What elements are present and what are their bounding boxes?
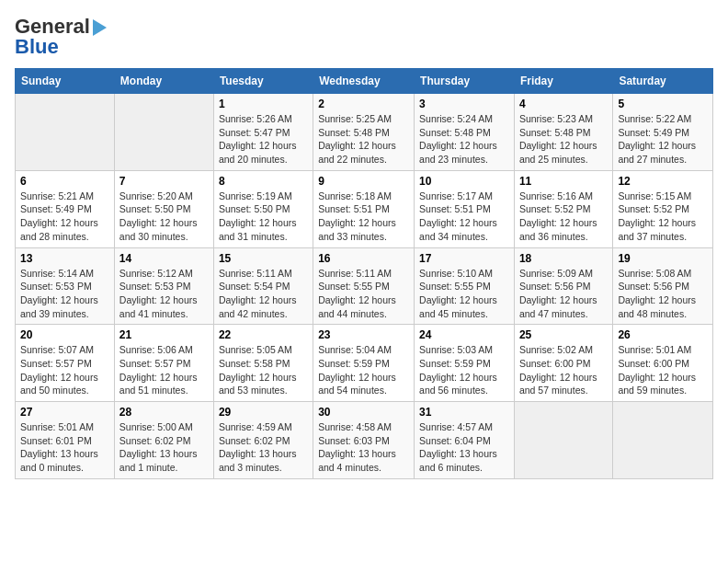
day-info: Sunrise: 5:11 AMSunset: 5:54 PMDaylight:… xyxy=(219,267,308,321)
day-info: Sunrise: 5:15 AMSunset: 5:52 PMDaylight:… xyxy=(618,190,708,244)
calendar-cell: 26Sunrise: 5:01 AMSunset: 6:00 PMDayligh… xyxy=(613,325,713,402)
day-number: 6 xyxy=(20,175,109,188)
day-info: Sunrise: 5:01 AMSunset: 6:01 PMDaylight:… xyxy=(20,420,109,475)
day-info: Sunrise: 5:03 AMSunset: 5:59 PMDaylight:… xyxy=(419,343,509,397)
calendar-cell xyxy=(16,94,115,171)
calendar-cell: 24Sunrise: 5:03 AMSunset: 5:59 PMDayligh… xyxy=(415,325,515,402)
day-info: Sunrise: 5:12 AMSunset: 5:53 PMDaylight:… xyxy=(119,267,209,321)
weekday-header-sunday: Sunday xyxy=(16,69,115,94)
logo: General Blue xyxy=(15,15,107,59)
day-number: 29 xyxy=(219,406,308,419)
weekday-header-monday: Monday xyxy=(114,69,213,94)
day-number: 13 xyxy=(20,252,109,265)
calendar-cell: 1Sunrise: 5:26 AMSunset: 5:47 PMDaylight… xyxy=(213,94,313,171)
calendar-cell: 25Sunrise: 5:02 AMSunset: 6:00 PMDayligh… xyxy=(514,325,612,402)
day-info: Sunrise: 5:08 AMSunset: 5:56 PMDaylight:… xyxy=(618,267,708,321)
calendar-cell: 8Sunrise: 5:19 AMSunset: 5:50 PMDaylight… xyxy=(213,170,313,247)
day-info: Sunrise: 4:58 AMSunset: 6:03 PMDaylight:… xyxy=(318,420,409,475)
calendar-cell: 19Sunrise: 5:08 AMSunset: 5:56 PMDayligh… xyxy=(613,247,713,325)
day-number: 14 xyxy=(119,252,209,265)
day-number: 5 xyxy=(618,98,708,110)
weekday-header-saturday: Saturday xyxy=(613,69,713,94)
day-number: 30 xyxy=(318,406,409,419)
day-info: Sunrise: 5:25 AMSunset: 5:48 PMDaylight:… xyxy=(318,112,409,167)
calendar-cell: 18Sunrise: 5:09 AMSunset: 5:56 PMDayligh… xyxy=(514,247,612,325)
calendar-cell xyxy=(613,402,713,479)
day-number: 20 xyxy=(20,328,109,341)
calendar-cell: 15Sunrise: 5:11 AMSunset: 5:54 PMDayligh… xyxy=(213,247,313,325)
calendar-cell: 17Sunrise: 5:10 AMSunset: 5:55 PMDayligh… xyxy=(415,247,515,325)
day-info: Sunrise: 5:11 AMSunset: 5:55 PMDaylight:… xyxy=(318,267,409,321)
logo-blue-text: Blue xyxy=(15,35,59,59)
calendar-cell: 7Sunrise: 5:20 AMSunset: 5:50 PMDaylight… xyxy=(114,170,213,247)
calendar-cell: 9Sunrise: 5:18 AMSunset: 5:51 PMDaylight… xyxy=(313,170,415,247)
day-number: 10 xyxy=(419,175,509,188)
day-info: Sunrise: 5:05 AMSunset: 5:58 PMDaylight:… xyxy=(219,343,308,397)
day-info: Sunrise: 5:19 AMSunset: 5:50 PMDaylight:… xyxy=(219,190,308,244)
day-number: 4 xyxy=(519,98,608,110)
day-number: 24 xyxy=(419,328,509,341)
day-number: 19 xyxy=(618,252,708,265)
calendar-week-row: 20Sunrise: 5:07 AMSunset: 5:57 PMDayligh… xyxy=(16,325,713,402)
day-info: Sunrise: 5:22 AMSunset: 5:49 PMDaylight:… xyxy=(618,112,708,167)
weekday-header-thursday: Thursday xyxy=(415,69,515,94)
day-info: Sunrise: 5:10 AMSunset: 5:55 PMDaylight:… xyxy=(419,267,509,321)
day-number: 22 xyxy=(219,328,308,341)
calendar-cell: 29Sunrise: 4:59 AMSunset: 6:02 PMDayligh… xyxy=(213,402,313,479)
day-info: Sunrise: 5:00 AMSunset: 6:02 PMDaylight:… xyxy=(119,420,209,475)
day-number: 9 xyxy=(318,175,409,188)
calendar-cell: 27Sunrise: 5:01 AMSunset: 6:01 PMDayligh… xyxy=(16,402,115,479)
day-number: 27 xyxy=(20,406,109,419)
calendar-week-row: 13Sunrise: 5:14 AMSunset: 5:53 PMDayligh… xyxy=(16,247,713,325)
day-info: Sunrise: 4:57 AMSunset: 6:04 PMDaylight:… xyxy=(419,420,509,475)
day-number: 12 xyxy=(618,175,708,188)
day-number: 18 xyxy=(519,252,608,265)
calendar-cell: 30Sunrise: 4:58 AMSunset: 6:03 PMDayligh… xyxy=(313,402,415,479)
weekday-header-wednesday: Wednesday xyxy=(313,69,415,94)
day-number: 23 xyxy=(318,328,409,341)
weekday-header-row: SundayMondayTuesdayWednesdayThursdayFrid… xyxy=(16,69,713,94)
day-number: 8 xyxy=(219,175,308,188)
calendar-cell: 5Sunrise: 5:22 AMSunset: 5:49 PMDaylight… xyxy=(613,94,713,171)
calendar-cell xyxy=(114,94,213,171)
calendar-cell xyxy=(514,402,612,479)
day-info: Sunrise: 5:18 AMSunset: 5:51 PMDaylight:… xyxy=(318,190,409,244)
day-info: Sunrise: 5:16 AMSunset: 5:52 PMDaylight:… xyxy=(519,190,608,244)
day-info: Sunrise: 5:02 AMSunset: 6:00 PMDaylight:… xyxy=(519,343,608,397)
day-info: Sunrise: 5:20 AMSunset: 5:50 PMDaylight:… xyxy=(119,190,209,244)
day-info: Sunrise: 5:07 AMSunset: 5:57 PMDaylight:… xyxy=(20,343,109,397)
day-number: 17 xyxy=(419,252,509,265)
day-number: 3 xyxy=(419,98,509,110)
day-info: Sunrise: 5:26 AMSunset: 5:47 PMDaylight:… xyxy=(219,112,308,167)
calendar-cell: 10Sunrise: 5:17 AMSunset: 5:51 PMDayligh… xyxy=(415,170,515,247)
calendar-cell: 2Sunrise: 5:25 AMSunset: 5:48 PMDaylight… xyxy=(313,94,415,171)
calendar-cell: 21Sunrise: 5:06 AMSunset: 5:57 PMDayligh… xyxy=(114,325,213,402)
day-info: Sunrise: 5:23 AMSunset: 5:48 PMDaylight:… xyxy=(519,112,608,167)
day-info: Sunrise: 5:21 AMSunset: 5:49 PMDaylight:… xyxy=(20,190,109,244)
weekday-header-tuesday: Tuesday xyxy=(213,69,313,94)
day-info: Sunrise: 4:59 AMSunset: 6:02 PMDaylight:… xyxy=(219,420,308,475)
calendar-cell: 4Sunrise: 5:23 AMSunset: 5:48 PMDaylight… xyxy=(514,94,612,171)
day-number: 31 xyxy=(419,406,509,419)
calendar-week-row: 27Sunrise: 5:01 AMSunset: 6:01 PMDayligh… xyxy=(16,402,713,479)
logo-arrow-icon xyxy=(93,19,107,36)
calendar-cell: 20Sunrise: 5:07 AMSunset: 5:57 PMDayligh… xyxy=(16,325,115,402)
calendar-week-row: 6Sunrise: 5:21 AMSunset: 5:49 PMDaylight… xyxy=(16,170,713,247)
calendar-week-row: 1Sunrise: 5:26 AMSunset: 5:47 PMDaylight… xyxy=(16,94,713,171)
day-number: 2 xyxy=(318,98,409,110)
day-info: Sunrise: 5:17 AMSunset: 5:51 PMDaylight:… xyxy=(419,190,509,244)
calendar-cell: 12Sunrise: 5:15 AMSunset: 5:52 PMDayligh… xyxy=(613,170,713,247)
calendar-cell: 16Sunrise: 5:11 AMSunset: 5:55 PMDayligh… xyxy=(313,247,415,325)
day-number: 16 xyxy=(318,252,409,265)
day-info: Sunrise: 5:09 AMSunset: 5:56 PMDaylight:… xyxy=(519,267,608,321)
day-info: Sunrise: 5:24 AMSunset: 5:48 PMDaylight:… xyxy=(419,112,509,167)
calendar-cell: 14Sunrise: 5:12 AMSunset: 5:53 PMDayligh… xyxy=(114,247,213,325)
calendar-cell: 22Sunrise: 5:05 AMSunset: 5:58 PMDayligh… xyxy=(213,325,313,402)
day-info: Sunrise: 5:14 AMSunset: 5:53 PMDaylight:… xyxy=(20,267,109,321)
calendar-table: SundayMondayTuesdayWednesdayThursdayFrid… xyxy=(15,68,713,479)
day-number: 11 xyxy=(519,175,608,188)
day-number: 25 xyxy=(519,328,608,341)
day-number: 21 xyxy=(119,328,209,341)
weekday-header-friday: Friday xyxy=(514,69,612,94)
calendar-cell: 13Sunrise: 5:14 AMSunset: 5:53 PMDayligh… xyxy=(16,247,115,325)
